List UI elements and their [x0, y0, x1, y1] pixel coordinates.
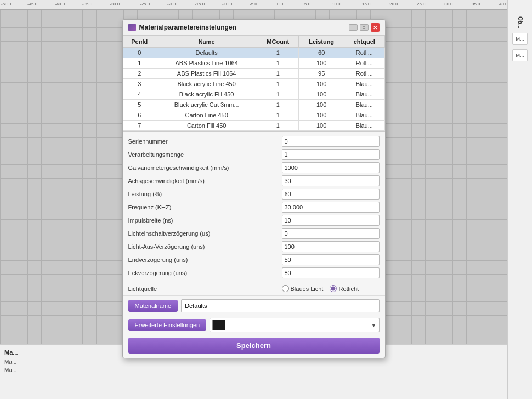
cell-mcount: 1	[257, 89, 299, 100]
form-label-5: Frequenz (KHZ)	[128, 204, 282, 210]
form-input-4[interactable]	[282, 189, 380, 200]
form-input-10[interactable]	[282, 267, 380, 278]
cell-leistung: 100	[299, 79, 344, 89]
form-input-2[interactable]	[282, 162, 380, 173]
form-label-4: Leistung (%)	[128, 191, 282, 197]
cell-chtquel: Rotli...	[344, 48, 384, 58]
save-button[interactable]: Speichern	[128, 338, 380, 354]
right-panel-item-2[interactable]: M...	[512, 49, 528, 61]
form-input-5[interactable]	[282, 202, 380, 213]
cell-penid: 3	[123, 79, 156, 89]
form-row-9: Endverzögerung (uns)	[128, 254, 380, 265]
cell-penid: 6	[123, 110, 156, 121]
cell-penid: 0	[123, 48, 156, 58]
cell-chtquel: Blau...	[344, 110, 384, 121]
dialog-titlebar[interactable]: Materialparametereinstelungen _ □ ✕	[123, 20, 385, 36]
cell-name: Carton Line 450	[156, 110, 257, 121]
form-input-3[interactable]	[282, 175, 380, 186]
form-row-5: Frequenz (KHZ)	[128, 202, 380, 213]
form-row-2: Galvanometergeschwindigkeit (mm/s)	[128, 162, 380, 173]
cell-leistung: 100	[299, 58, 344, 69]
lichtquelle-label: Lichtquelle	[128, 286, 282, 292]
color-swatch	[212, 320, 225, 330]
form-input-6[interactable]	[282, 215, 380, 226]
material-dialog: Materialparametereinstelungen _ □ ✕ PenI…	[122, 19, 386, 358]
col-leistung: Leistung	[299, 36, 344, 48]
col-chtquel: chtquel	[344, 36, 384, 48]
cell-leistung: 95	[299, 69, 344, 79]
cell-chtquel: Rotli...	[344, 69, 384, 79]
dialog-title-right: _ □ ✕	[349, 23, 380, 32]
maximize-button[interactable]: □	[360, 24, 369, 31]
form-row-8: Licht-Aus-Verzögerung (uns)	[128, 241, 380, 252]
cell-name: ABS Plastics Fill 1064	[156, 69, 257, 79]
cell-mcount: 1	[257, 79, 299, 89]
right-panel-title: Ob...	[517, 16, 523, 29]
materialname-button[interactable]: Materialname	[128, 300, 178, 312]
cell-name: ABS Plastics Line 1064	[156, 58, 257, 69]
save-bar: Speichern	[123, 335, 385, 358]
form-label-10: Eckverzögerung (uns)	[128, 270, 282, 276]
col-penid: PenId	[123, 36, 156, 48]
color-row: Erweiterte Einstellungen ▼	[123, 316, 385, 335]
col-mcount: MCount	[257, 36, 299, 48]
radio-blau-input[interactable]	[282, 285, 289, 292]
radio-rot-input[interactable]	[330, 285, 337, 292]
table-row[interactable]: 7Carton Fill 4501100Blau...	[123, 121, 384, 131]
form-input-0[interactable]	[282, 136, 380, 147]
form-input-9[interactable]	[282, 254, 380, 265]
form-input-7[interactable]	[282, 228, 380, 239]
cell-penid: 1	[123, 58, 156, 69]
cell-leistung: 100	[299, 110, 344, 121]
cell-mcount: 1	[257, 48, 299, 58]
close-button[interactable]: ✕	[371, 23, 380, 32]
table-row[interactable]: 5Black acrylic Cut 3mm...1100Blau...	[123, 100, 384, 110]
material-name-input[interactable]	[181, 299, 379, 312]
cell-leistung: 100	[299, 121, 344, 131]
cell-chtquel: Blau...	[344, 100, 384, 110]
radio-blau-label: Blaues Licht	[291, 286, 324, 292]
modal-overlay: Materialparametereinstelungen _ □ ✕ PenI…	[0, 0, 507, 399]
form-input-1[interactable]	[282, 149, 380, 160]
minimize-button[interactable]: _	[349, 24, 358, 31]
table-row[interactable]: 4Black acrylic Fill 4501100Blau...	[123, 89, 384, 100]
cell-penid: 2	[123, 69, 156, 79]
table-row[interactable]: 2ABS Plastics Fill 1064195Rotli...	[123, 69, 384, 79]
form-label-0: Seriennummer	[128, 138, 282, 145]
form-area: SeriennummerVerarbeitungsmengeGalvanomet…	[123, 132, 385, 285]
right-panel-item-1[interactable]: M...	[512, 33, 528, 45]
cell-name: Black acrylic Line 450	[156, 79, 257, 89]
table-row[interactable]: 3Black acrylic Line 4501100Blau...	[123, 79, 384, 89]
bottom-buttons-row: Materialname	[123, 295, 385, 316]
radio-blaues-licht[interactable]: Blaues Licht	[282, 285, 324, 292]
table-row[interactable]: 0Defaults160Rotli...	[123, 48, 384, 58]
form-label-8: Licht-Aus-Verzögerung (uns)	[128, 243, 282, 250]
cell-chtquel: Blau...	[344, 121, 384, 131]
table-row[interactable]: 1ABS Plastics Line 10641100Rotli...	[123, 58, 384, 69]
form-row-7: Lichteinschaltverzögerung (us)	[128, 228, 380, 239]
cell-mcount: 1	[257, 69, 299, 79]
color-select[interactable]: ▼	[210, 318, 379, 332]
cell-penid: 5	[123, 100, 156, 110]
cell-mcount: 1	[257, 58, 299, 69]
cell-mcount: 1	[257, 110, 299, 121]
cell-chtquel: Blau...	[344, 79, 384, 89]
cell-leistung: 60	[299, 48, 344, 58]
form-row-6: Impulsbreite (ns)	[128, 215, 380, 226]
radio-rotlicht[interactable]: Rotlicht	[330, 285, 359, 292]
form-input-8[interactable]	[282, 241, 380, 252]
lichtquelle-row: Lichtquelle Blaues Licht Rotlicht	[123, 285, 385, 292]
erweitert-button[interactable]: Erweiterte Einstellungen	[128, 319, 207, 331]
dialog-title-text: Materialparametereinstelungen	[139, 24, 236, 31]
col-name: Name	[156, 36, 257, 48]
form-row-1: Verarbeitungsmenge	[128, 149, 380, 160]
form-label-9: Endverzögerung (uns)	[128, 256, 282, 263]
cell-leistung: 100	[299, 100, 344, 110]
cell-mcount: 1	[257, 121, 299, 131]
table-row[interactable]: 6Carton Line 4501100Blau...	[123, 110, 384, 121]
form-row-4: Leistung (%)	[128, 189, 380, 200]
form-label-1: Verarbeitungsmenge	[128, 151, 282, 158]
form-label-3: Achsgeschwindigkeit (mm/s)	[128, 178, 282, 184]
form-row-10: Eckverzögerung (uns)	[128, 267, 380, 278]
cell-penid: 7	[123, 121, 156, 131]
